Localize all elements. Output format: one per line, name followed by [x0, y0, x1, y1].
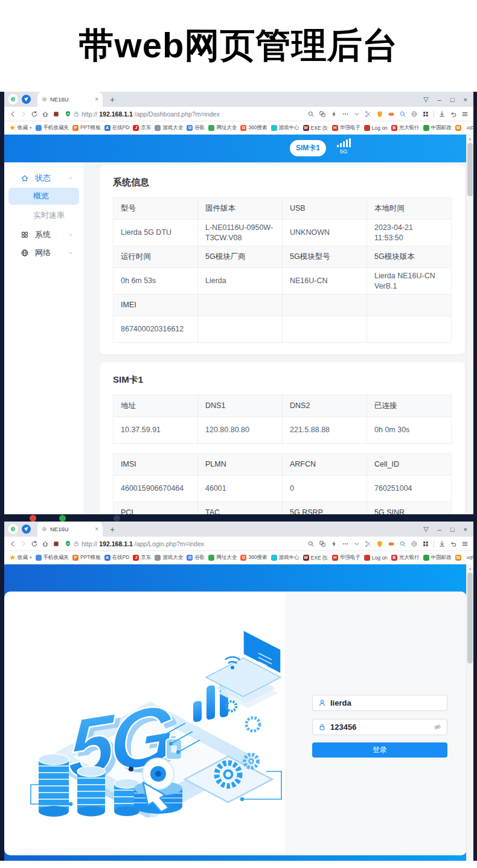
browser-logo-icon[interactable]: e: [8, 524, 18, 534]
page-scrollbar[interactable]: ▴: [466, 564, 473, 861]
bookmark-item[interactable]: H华强电子: [332, 124, 360, 132]
bookmarks-overflow-chevron[interactable]: »: [463, 551, 470, 564]
page-scrollbar[interactable]: ▴: [466, 135, 473, 514]
expand-icon[interactable]: [353, 110, 360, 118]
close-button[interactable]: ×: [464, 96, 467, 103]
games-icon[interactable]: [388, 110, 395, 118]
bookmark-item[interactable]: G谷歌: [187, 554, 205, 561]
extensions-icon[interactable]: [411, 540, 418, 547]
bookmark-item[interactable]: 手机收藏夹: [36, 124, 69, 132]
minimize-button[interactable]: –: [438, 96, 441, 103]
bookmark-item[interactable]: Log on: [364, 125, 388, 131]
browser-logo-icon[interactable]: e: [8, 94, 18, 104]
restore-icon[interactable]: [450, 110, 457, 118]
screenshot-icon[interactable]: [365, 540, 372, 547]
new-tab-button[interactable]: +: [110, 525, 115, 534]
back-icon[interactable]: [9, 110, 16, 118]
bookmark-item[interactable]: 游戏中心: [271, 124, 299, 132]
url-bar[interactable]: http://192.168.1.1/app/Dashboard.php?m=i…: [65, 110, 303, 118]
bookmark-item[interactable]: 中国邮政: [423, 554, 452, 561]
sidebar-subitem-概览[interactable]: 概览: [8, 188, 79, 205]
bookmark-item[interactable]: WEXE (5:: [303, 125, 328, 131]
extensions-icon[interactable]: [411, 110, 418, 118]
bookmark-item[interactable]: PPPT模板: [72, 554, 101, 561]
bookmark-item[interactable]: G谷歌: [187, 124, 205, 132]
sidebar-item-状态[interactable]: 状态: [4, 169, 83, 187]
browser-tab[interactable]: NE16U×: [37, 522, 103, 537]
screenshot-icon[interactable]: [365, 110, 372, 118]
more-icon[interactable]: [342, 540, 349, 547]
new-tab-button[interactable]: +: [110, 95, 115, 104]
scrollbar-thumb[interactable]: [467, 573, 473, 663]
skin-button[interactable]: ▽: [423, 525, 428, 533]
bookmark-item[interactable]: O360搜索: [240, 554, 267, 561]
guard-icon[interactable]: [376, 110, 383, 118]
username-field[interactable]: lierda: [312, 695, 447, 711]
bookmark-item[interactable]: H华强电子: [332, 554, 360, 561]
home-icon[interactable]: [42, 110, 49, 118]
bookmark-item[interactable]: B光大银行: [391, 124, 420, 132]
flash-icon[interactable]: [330, 540, 338, 547]
bookmark-item[interactable]: O360搜索: [240, 124, 267, 132]
sidebar-item-网络[interactable]: 网络: [4, 244, 83, 262]
maximize-button[interactable]: □: [450, 526, 455, 533]
bookmark-item[interactable]: 网址大全: [208, 554, 237, 561]
browser-tab[interactable]: NE16U×: [37, 92, 103, 107]
skin-button[interactable]: ▽: [423, 95, 428, 103]
flash-icon[interactable]: [330, 110, 338, 118]
minimize-button[interactable]: –: [438, 526, 441, 533]
bookmark-item[interactable]: Log on: [364, 555, 388, 561]
forward-icon[interactable]: [20, 110, 27, 118]
tab-close-icon[interactable]: ×: [95, 526, 98, 532]
login-button[interactable]: 登录: [312, 742, 447, 758]
search-icon[interactable]: [399, 540, 406, 547]
bookmark-item[interactable]: 手机收藏夹: [36, 554, 69, 561]
sim-card-button[interactable]: SIM卡1: [290, 140, 326, 156]
expand-icon[interactable]: [353, 540, 360, 547]
favorites-icon[interactable]: [53, 540, 60, 547]
refresh-icon[interactable]: [31, 540, 38, 547]
bookmark-item[interactable]: 游戏中心: [271, 554, 299, 561]
bookmark-item[interactable]: PPPT模板: [72, 124, 101, 132]
bookmark-item[interactable]: 游戏大全: [155, 124, 183, 132]
translate-icon[interactable]: [319, 540, 326, 547]
forward-icon[interactable]: [20, 540, 27, 547]
menu-icon[interactable]: [461, 110, 469, 118]
scroll-up-icon[interactable]: ▴: [467, 564, 473, 572]
refresh-icon[interactable]: [31, 110, 38, 118]
url-bar[interactable]: http://192.168.1.1/app/Login.php?m=index: [65, 540, 303, 547]
bookmark-item[interactable]: 收藏▾: [9, 554, 32, 561]
zoom-icon[interactable]: [307, 110, 315, 118]
zoom-icon[interactable]: [307, 540, 315, 547]
bookmark-item[interactable]: A在线PD: [104, 124, 130, 132]
back-icon[interactable]: [9, 540, 16, 547]
restore-icon[interactable]: [450, 540, 457, 547]
more-icon[interactable]: [342, 110, 349, 118]
bookmarks-overflow-chevron[interactable]: »: [463, 121, 470, 134]
scroll-up-icon[interactable]: ▴: [467, 135, 473, 142]
toggle-password-eye-icon[interactable]: [434, 723, 441, 731]
browser-assistant-icon[interactable]: [22, 95, 31, 104]
guard-icon[interactable]: [376, 540, 383, 547]
maximize-button[interactable]: □: [450, 96, 455, 103]
scrollbar-thumb[interactable]: [467, 143, 473, 196]
bookmark-item[interactable]: 游戏大全: [155, 554, 183, 561]
bookmark-item[interactable]: B光大银行: [391, 554, 420, 561]
close-button[interactable]: ×: [464, 526, 467, 533]
bookmark-item[interactable]: A在线PD: [104, 554, 130, 561]
translate-icon[interactable]: [319, 110, 326, 118]
download-icon[interactable]: [438, 110, 446, 118]
download-icon[interactable]: [438, 540, 446, 547]
tab-close-icon[interactable]: ×: [95, 96, 98, 103]
bookmark-item[interactable]: 中国邮政: [423, 124, 452, 132]
menu-icon[interactable]: [461, 540, 469, 547]
games-icon[interactable]: [388, 540, 395, 547]
browser-assistant-icon[interactable]: [22, 525, 31, 534]
search-icon[interactable]: [399, 110, 406, 118]
bookmark-item[interactable]: 收藏▾: [9, 124, 32, 132]
home-icon[interactable]: [42, 540, 49, 547]
apps-icon[interactable]: [422, 110, 429, 118]
sidebar-item-系统[interactable]: 系统: [4, 226, 83, 244]
apps-icon[interactable]: [422, 540, 429, 547]
favorites-icon[interactable]: [53, 110, 60, 118]
